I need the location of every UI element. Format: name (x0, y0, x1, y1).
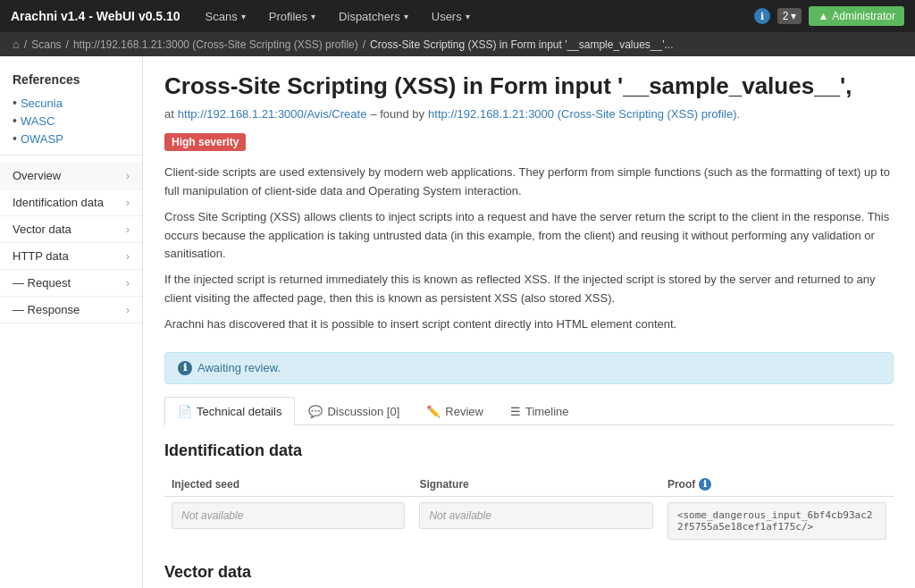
vector-heading: Vector data (164, 563, 894, 582)
breadcrumb-scans[interactable]: Scans (31, 38, 61, 51)
signature-value: Not available (419, 502, 652, 529)
sidebar-item-request[interactable]: — Request › (0, 270, 142, 297)
notification-icon[interactable]: ℹ (754, 8, 770, 24)
sidebar-item-response-label: — Response (13, 303, 80, 316)
identification-table: Injected seed Signature Proof ℹ Not avai… (164, 473, 894, 545)
chevron-right-icon-5: › (126, 277, 130, 290)
injected-seed-cell: Not available (164, 496, 412, 545)
tab-discussion[interactable]: 💬 Discussion [0] (295, 397, 413, 425)
col-signature-header: Signature (412, 473, 659, 497)
sidebar-item-http-label: HTTP data (13, 249, 69, 263)
nav-dispatchers-label: Dispatchers (339, 10, 400, 23)
col-injected-header: Injected seed (164, 473, 412, 497)
sidebar-item-http[interactable]: HTTP data › (0, 243, 142, 270)
nav-users-caret: ▾ (466, 12, 470, 21)
page-layout: References Secunia WASC OWASP Overview ›… (0, 56, 915, 588)
sidebar-item-overview-label: Overview (13, 169, 61, 182)
tab-timeline[interactable]: ☰ Timeline (497, 397, 583, 425)
nav-scans-caret: ▾ (241, 12, 246, 21)
sidebar-item-vector[interactable]: Vector data › (0, 216, 142, 243)
signature-cell: Not available (412, 496, 659, 545)
tab-discussion-label: Discussion [0] (327, 405, 399, 418)
nav-profiles-caret: ▾ (311, 12, 315, 21)
tab-technical-details[interactable]: 📄 Technical details (164, 397, 295, 425)
topnav-menu: Scans ▾ Profiles ▾ Dispatchers ▾ Users ▾ (195, 4, 754, 29)
main-content: Cross-Site Scripting (XSS) in Form input… (143, 56, 915, 588)
timeline-icon: ☰ (510, 405, 521, 418)
proof-value: <some_dangerous_input_6bf4cb93ac22f5755a… (667, 502, 886, 540)
nav-dispatchers-caret: ▾ (404, 12, 408, 21)
col-proof-header: Proof ℹ (660, 473, 894, 497)
app-brand: Arachni v1.4 - WebUI v0.5.10 (11, 9, 180, 23)
chevron-right-icon-6: › (126, 304, 130, 316)
sidebar-item-identification-label: Identification data (13, 196, 104, 209)
page-title: Cross-Site Scripting (XSS) in Form input… (164, 72, 894, 100)
chevron-right-icon-4: › (126, 250, 130, 263)
chevron-down-icon: ▾ (791, 10, 796, 22)
chevron-right-icon-3: › (126, 223, 130, 236)
breadcrumb-current: Cross-Site Scripting (XSS) in Form input… (370, 38, 673, 51)
review-icon: ✏️ (426, 405, 441, 418)
desc-para-1: Client-side scripts are used extensively… (164, 164, 894, 201)
breadcrumb-sep-0: / (24, 38, 27, 51)
breadcrumb-sep-2: / (363, 38, 365, 51)
nav-profiles-label: Profiles (269, 10, 307, 23)
identification-heading: Identification data (164, 441, 894, 460)
found-by-url[interactable]: http://192.168.1.21:3000 (Cross-Site Scr… (428, 107, 740, 121)
vector-section: Vector data Type URL Inputs (164, 563, 894, 588)
tab-review[interactable]: ✏️ Review (413, 397, 497, 425)
identification-row: Not available Not available <some_danger… (164, 496, 894, 545)
sidebar-item-overview[interactable]: Overview › (0, 163, 142, 189)
breadcrumb-sep-1: / (66, 38, 69, 51)
awaiting-review-text: Awaiting review. (197, 361, 281, 374)
technical-details-icon: 📄 (178, 405, 192, 418)
desc-para-2: Cross Site Scripting (XSS) allows client… (164, 208, 894, 264)
breadcrumb-profile[interactable]: http://192.168.1.21:3000 (Cross-Site Scr… (73, 38, 358, 51)
tab-timeline-label: Timeline (525, 405, 569, 418)
chevron-right-icon: › (126, 170, 130, 182)
topnav: Arachni v1.4 - WebUI v0.5.10 Scans ▾ Pro… (0, 0, 915, 32)
description-block: Client-side scripts are used extensively… (164, 164, 894, 333)
sidebar-item-response[interactable]: — Response › (0, 297, 142, 323)
sidebar-ref-owasp[interactable]: OWASP (0, 130, 142, 147)
info-icon: ℹ (178, 361, 192, 375)
severity-badge: High severity (164, 133, 246, 151)
found-at-url[interactable]: http://192.168.1.21:3000/Avis/Create (178, 107, 367, 121)
proof-info-icon[interactable]: ℹ (699, 478, 711, 491)
proof-cell: <some_dangerous_input_6bf4cb93ac22f5755a… (660, 496, 894, 545)
sidebar-references-title: References (0, 67, 142, 94)
found-by-line: at http://192.168.1.21:3000/Avis/Create … (164, 107, 894, 121)
desc-para-4: Arachni has discovered that it is possib… (164, 315, 894, 334)
user-label: Administrator (832, 10, 895, 22)
user-icon: ▲ (818, 10, 828, 22)
awaiting-review-box: ℹ Awaiting review. (164, 352, 894, 384)
sidebar-item-identification[interactable]: Identification data › (0, 189, 142, 216)
sidebar-item-request-label: — Request (13, 276, 71, 290)
injected-seed-value: Not available (172, 502, 405, 529)
tab-review-label: Review (445, 405, 483, 418)
user-menu-button[interactable]: ▲ Administrator (809, 6, 904, 26)
home-icon[interactable]: ⌂ (13, 38, 20, 51)
tabs-bar: 📄 Technical details 💬 Discussion [0] ✏️ … (164, 397, 894, 425)
tab-technical-details-label: Technical details (197, 405, 281, 418)
at-label: at (164, 107, 174, 121)
sidebar-divider (0, 155, 142, 155)
sidebar-item-vector-label: Vector data (13, 223, 71, 236)
nav-profiles[interactable]: Profiles ▾ (258, 4, 326, 29)
nav-users-label: Users (432, 10, 462, 23)
nav-users[interactable]: Users ▾ (421, 4, 481, 29)
nav-dispatchers[interactable]: Dispatchers ▾ (328, 4, 419, 29)
discussion-icon: 💬 (308, 405, 323, 418)
notification-count[interactable]: 2 ▾ (777, 8, 802, 24)
nav-scans[interactable]: Scans ▾ (195, 4, 256, 29)
topnav-right: ℹ 2 ▾ ▲ Administrator (754, 6, 904, 26)
found-by-label: – found by (370, 107, 424, 121)
sidebar-ref-wasc[interactable]: WASC (0, 112, 142, 130)
sidebar: References Secunia WASC OWASP Overview ›… (0, 56, 143, 588)
breadcrumb: ⌂ / Scans / http://192.168.1.21:3000 (Cr… (0, 32, 915, 56)
sidebar-ref-secunia[interactable]: Secunia (0, 94, 142, 112)
desc-para-3: If the injected script is returned immed… (164, 271, 894, 308)
chevron-right-icon-2: › (126, 197, 130, 209)
nav-scans-label: Scans (206, 10, 238, 23)
